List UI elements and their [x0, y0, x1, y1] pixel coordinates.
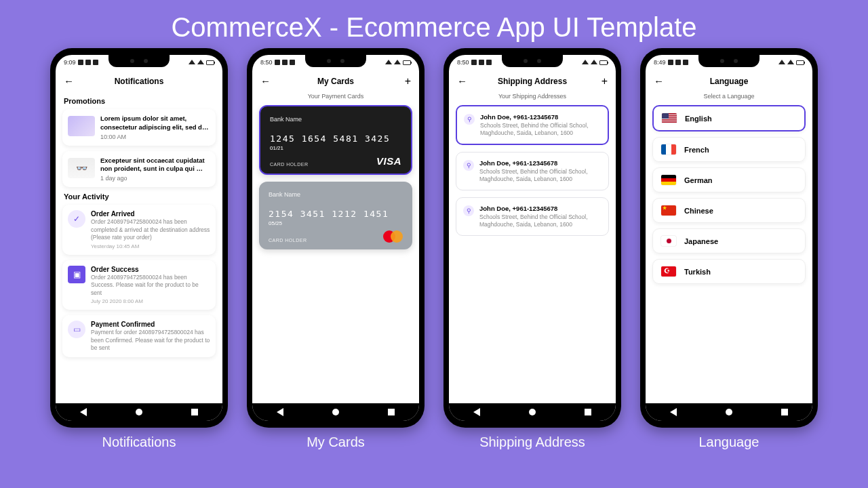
box-icon: ▣: [68, 266, 85, 283]
card-bank: Bank Name: [269, 191, 403, 198]
card-expiry: 05/25: [269, 220, 403, 226]
visa-icon: VISA: [376, 155, 401, 167]
page-title: CommerceX - Ecommerce App UI Template: [0, 0, 868, 48]
header-title: Notifications: [115, 77, 164, 86]
card-expiry: 01/21: [270, 145, 401, 151]
language-label: German: [684, 176, 713, 184]
credit-card[interactable]: Bank Name 2154 3451 1212 1451 05/25 CARD…: [259, 182, 412, 249]
android-navbar: [252, 403, 419, 421]
nav-home-icon[interactable]: [529, 409, 536, 415]
add-icon[interactable]: +: [405, 75, 411, 87]
card-bank: Bank Name: [270, 116, 401, 123]
address-card[interactable]: ⚲ John Doe, +961-12345678 Schools Street…: [456, 197, 609, 236]
nav-recent-icon[interactable]: [781, 409, 788, 415]
screen-header: ← Language: [646, 70, 812, 93]
address-card[interactable]: ⚲ John Doe, +961-12345678 Schools Street…: [456, 152, 609, 190]
promo-time: 10:00 AM: [100, 134, 210, 140]
flag-us-icon: [662, 113, 677, 123]
promo-time: 1 day ago: [100, 175, 210, 182]
header-title: Language: [710, 77, 749, 86]
activity-card[interactable]: ▣ Order Success Order 24089794725800024 …: [62, 260, 216, 310]
promo-card[interactable]: Lorem ipsum dolor sit amet, consectetur …: [62, 109, 216, 146]
caption: My Cards: [307, 434, 365, 450]
language-option-french[interactable]: French: [652, 137, 806, 162]
flag-jp-icon: [661, 236, 676, 246]
nav-back-icon[interactable]: [80, 408, 87, 416]
flag-de-icon: [661, 175, 676, 185]
nav-back-icon[interactable]: [670, 408, 677, 416]
header-title: My Cards: [317, 77, 354, 86]
mastercard-icon: [383, 230, 403, 243]
credit-card[interactable]: Bank Name 1245 1654 5481 3425 01/21 CARD…: [259, 105, 412, 175]
pin-icon: ⚲: [464, 114, 475, 125]
activity-card[interactable]: ▭ Payment Confirmed Payment for order 24…: [62, 315, 216, 357]
subheader: Your Payment Cards: [252, 93, 419, 100]
back-icon[interactable]: ←: [64, 75, 74, 87]
screen-header: ← Notifications: [56, 70, 222, 93]
phone-language: 8:49 ← Language Select a Language Englis…: [640, 48, 818, 428]
phone-cards: 8:50 ← My Cards + Your Payment Cards Ban…: [247, 48, 425, 428]
back-icon[interactable]: ←: [457, 75, 467, 87]
language-label: Turkish: [684, 268, 711, 276]
phone-row: 9:09 ← Notifications Promotions Lorem ip…: [0, 48, 868, 450]
back-icon[interactable]: ←: [260, 75, 271, 87]
nav-home-icon[interactable]: [726, 409, 732, 415]
language-label: English: [685, 115, 712, 123]
phone-shipping: 8:50 ← Shipping Address + Your Shipping …: [443, 48, 621, 428]
activity-card[interactable]: ✓ Order Arrived Order 24089794725800024 …: [62, 205, 216, 254]
android-navbar: [646, 403, 812, 421]
section-activity: Your Activity: [64, 192, 214, 201]
promo-title: Lorem ipsum dolor sit amet, consectetur …: [100, 115, 210, 132]
flag-cn-icon: [661, 205, 676, 216]
nav-back-icon[interactable]: [277, 408, 283, 416]
card-number: 1245 1654 5481 3425: [270, 134, 401, 144]
flag-tr-icon: [661, 266, 676, 277]
flag-fr-icon: [661, 144, 676, 155]
section-promotions: Promotions: [64, 97, 214, 105]
nav-back-icon[interactable]: [473, 408, 480, 416]
android-navbar: [449, 403, 616, 421]
language-option-turkish[interactable]: Turkish: [652, 259, 806, 284]
address-card[interactable]: ⚲ John Doe, +961-12345678 Schools Street…: [456, 105, 609, 145]
pin-icon: ⚲: [463, 160, 474, 171]
card-icon: ▭: [68, 321, 85, 338]
nav-recent-icon[interactable]: [388, 409, 395, 415]
card-holder-label: CARD HOLDER: [269, 238, 307, 243]
promo-thumbnail: [68, 158, 95, 178]
add-icon[interactable]: +: [601, 75, 608, 87]
header-title: Shipping Address: [498, 77, 567, 86]
screen-header: ← Shipping Address +: [449, 70, 616, 93]
nav-recent-icon[interactable]: [191, 409, 198, 415]
nav-recent-icon[interactable]: [585, 409, 591, 415]
caption: Notifications: [102, 434, 176, 450]
android-navbar: [56, 403, 222, 421]
address-name: John Doe, +961-12345678: [479, 159, 601, 167]
address-body: Schools Street, Behind the Official Scho…: [479, 168, 601, 183]
language-option-japanese[interactable]: Japanese: [652, 228, 806, 253]
language-label: Chinese: [684, 207, 713, 215]
language-option-german[interactable]: German: [652, 167, 806, 192]
back-icon[interactable]: ←: [654, 75, 664, 87]
address-name: John Doe, +961-12345678: [479, 205, 601, 212]
promo-thumbnail: [68, 116, 95, 136]
pin-icon: ⚲: [463, 205, 474, 216]
language-option-chinese[interactable]: Chinese: [652, 198, 806, 223]
address-body: Schools Street, Behind the Official Scho…: [480, 122, 601, 137]
phone-notifications: 9:09 ← Notifications Promotions Lorem ip…: [50, 48, 228, 428]
card-holder-label: CARD HOLDER: [270, 162, 308, 167]
screen-header: ← My Cards +: [252, 70, 419, 93]
address-body: Schools Street, Behind the Official Scho…: [479, 214, 601, 228]
promo-title: Excepteur sint occaecat cupidatat non pr…: [100, 157, 210, 174]
check-icon: ✓: [68, 210, 85, 228]
card-number: 2154 3451 1212 1451: [269, 209, 403, 219]
caption: Language: [699, 434, 760, 450]
subheader: Select a Language: [646, 93, 812, 100]
language-label: Japanese: [684, 237, 718, 245]
nav-home-icon[interactable]: [136, 409, 142, 415]
address-name: John Doe, +961-12345678: [480, 113, 601, 121]
language-label: French: [684, 146, 709, 154]
caption: Shipping Address: [479, 434, 585, 450]
language-option-english[interactable]: English: [652, 105, 806, 131]
nav-home-icon[interactable]: [332, 409, 339, 415]
promo-card[interactable]: Excepteur sint occaecat cupidatat non pr…: [62, 151, 216, 188]
